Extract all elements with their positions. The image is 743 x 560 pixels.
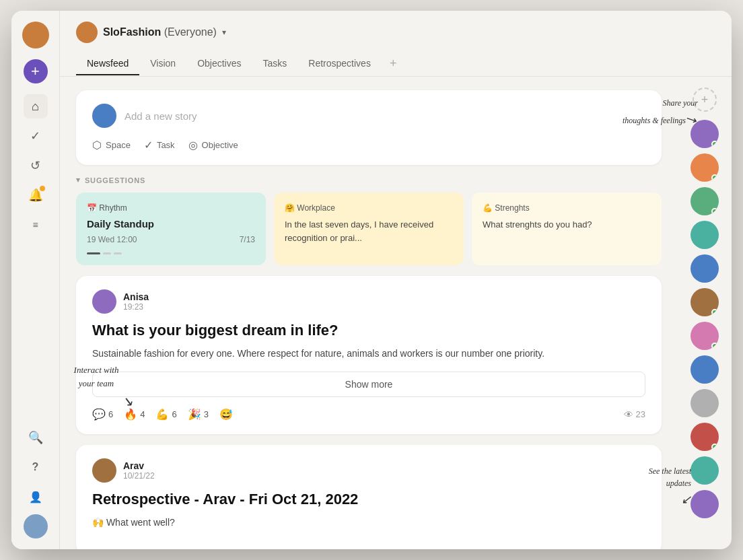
suggestion-card-strengths[interactable]: 💪 Strenghts What strenghts do you had? bbox=[472, 193, 662, 265]
tab-vision[interactable]: Vision bbox=[139, 53, 186, 75]
right-avatar-3[interactable] bbox=[691, 187, 719, 215]
reaction-party[interactable]: 🎉 3 bbox=[188, 408, 209, 421]
user-avatar[interactable] bbox=[24, 514, 48, 538]
space-label: Space bbox=[106, 140, 131, 150]
story-input-row: Add a new story bbox=[92, 104, 645, 128]
feed-wrapper: Add a new story ⬡ Space ✓ Task ◎ bbox=[60, 77, 732, 549]
task-icon: ✓ bbox=[144, 139, 153, 151]
space-icon: ⬡ bbox=[92, 139, 102, 151]
muscle-count: 6 bbox=[172, 409, 176, 419]
sidebar-item-check[interactable]: ✓ bbox=[24, 124, 48, 148]
reaction-sweat[interactable]: 😅 bbox=[219, 408, 233, 421]
notification-badge bbox=[40, 186, 45, 191]
annotation-updates: See the latestupdates ↙ bbox=[617, 465, 691, 509]
post-time-arav: 10/21/22 bbox=[123, 471, 155, 481]
suggestion-meta-date: 19 Wed 12:00 bbox=[87, 235, 137, 244]
right-avatar-10[interactable] bbox=[691, 423, 719, 451]
right-panel: Share yourthoughts & feelings ↙ + bbox=[678, 77, 732, 549]
task-label: Task bbox=[157, 140, 175, 150]
annotation-interact: Interact withyour team ↘ bbox=[52, 363, 140, 411]
post-author-info: Anisa 19:23 bbox=[123, 291, 149, 312]
progress-dot-1 bbox=[87, 252, 100, 254]
fire-count: 4 bbox=[140, 409, 145, 419]
main-content: SloFashion (Everyone) ▾ Newsfeed Vision … bbox=[60, 11, 732, 549]
right-avatar-7[interactable] bbox=[691, 322, 719, 350]
annotation-arrow-updates: ↙ bbox=[617, 491, 691, 509]
add-user-button[interactable]: 👤 bbox=[24, 485, 48, 509]
suggestion-body-strengths: What strenghts do you had? bbox=[483, 218, 651, 232]
suggestions-section: ▾ Suggestions 📅 Rhythm Daily Standup 19 … bbox=[76, 176, 662, 265]
tab-tasks[interactable]: Tasks bbox=[252, 53, 298, 75]
sidebar-item-home[interactable]: ⌂ bbox=[24, 94, 48, 118]
eye-icon: 👁 bbox=[624, 409, 633, 420]
online-indicator-10 bbox=[711, 444, 718, 450]
right-avatar-12[interactable] bbox=[691, 490, 719, 518]
post-author-name-arav: Arav bbox=[123, 460, 155, 471]
suggestion-card-workplace[interactable]: 🤗 Workplace In the last seven days, I ha… bbox=[274, 193, 464, 265]
right-avatar-4[interactable] bbox=[691, 221, 719, 249]
story-action-task[interactable]: ✓ Task bbox=[144, 139, 175, 151]
reaction-muscle[interactable]: 💪 6 bbox=[155, 408, 176, 421]
app-window: + ⌂ ✓ ↺ 🔔 ≡ 🔍 ? 👤 SloFashion (Everyone) … bbox=[11, 11, 732, 549]
workspace-chevron[interactable]: ▾ bbox=[222, 28, 226, 37]
post-card-arav: Arav 10/21/22 Retrospective - Arav - Fri… bbox=[76, 445, 662, 549]
annotation-share: Share yourthoughts & feelings ↙ bbox=[617, 97, 698, 129]
right-avatar-6[interactable] bbox=[691, 288, 719, 316]
story-action-space[interactable]: ⬡ Space bbox=[92, 139, 131, 151]
suggestions-header: ▾ Suggestions bbox=[76, 176, 662, 184]
nav-tabs: Newsfeed Vision Objectives Tasks Retrosp… bbox=[76, 51, 715, 76]
tab-retrospectives[interactable]: Retrospectives bbox=[297, 53, 382, 75]
right-avatar-9[interactable] bbox=[691, 389, 719, 417]
sidebar-item-refresh[interactable]: ↺ bbox=[24, 153, 48, 178]
post-header-anisa: Anisa 19:23 bbox=[92, 289, 645, 314]
tab-objectives[interactable]: Objectives bbox=[186, 53, 252, 75]
tab-newsfeed[interactable]: Newsfeed bbox=[76, 53, 139, 75]
show-more-button[interactable]: Show more bbox=[92, 372, 645, 397]
sweat-emoji: 😅 bbox=[219, 408, 233, 421]
post-author-info-arav: Arav 10/21/22 bbox=[123, 460, 155, 481]
party-emoji: 🎉 bbox=[188, 408, 201, 421]
progress-dot-3 bbox=[114, 252, 122, 254]
objective-icon: ◎ bbox=[188, 139, 198, 151]
post-title-anisa: What is your biggest dream in life? bbox=[92, 322, 645, 339]
suggestion-body-workplace: In the last seven days, I have received … bbox=[285, 218, 453, 244]
add-button[interactable]: + bbox=[24, 59, 48, 83]
right-avatar-2[interactable] bbox=[691, 153, 719, 182]
search-button[interactable]: 🔍 bbox=[24, 425, 48, 450]
post-reactions-anisa: 💬 6 🔥 4 💪 6 🎉 3 bbox=[92, 408, 645, 421]
post-views-anisa: 👁 23 bbox=[624, 409, 645, 420]
online-indicator-1 bbox=[711, 141, 718, 147]
story-input-card: Add a new story ⬡ Space ✓ Task ◎ bbox=[76, 90, 662, 165]
workspace-avatar[interactable] bbox=[22, 22, 49, 48]
progress-dot-2 bbox=[103, 252, 111, 254]
post-title-arav: Retrospective - Arav - Fri Oct 21, 2022 bbox=[92, 491, 645, 508]
online-indicator-3 bbox=[711, 208, 718, 215]
tab-add[interactable]: + bbox=[382, 51, 405, 76]
workspace-name: SloFashion bbox=[103, 26, 161, 38]
online-indicator-6 bbox=[711, 309, 718, 316]
suggestions-chevron[interactable]: ▾ bbox=[76, 176, 81, 184]
right-avatar-8[interactable] bbox=[691, 355, 719, 384]
header-logo bbox=[76, 22, 98, 43]
sidebar-item-menu[interactable]: ≡ bbox=[24, 213, 48, 237]
online-indicator-2 bbox=[711, 174, 718, 181]
suggestion-meta-count: 7/13 bbox=[240, 235, 255, 244]
suggestion-tag-rhythm: 📅 Rhythm bbox=[87, 203, 255, 213]
sidebar-item-bell[interactable]: 🔔 bbox=[24, 183, 48, 207]
help-button[interactable]: ? bbox=[24, 455, 48, 479]
suggestion-card-rhythm[interactable]: 📅 Rhythm Daily Standup 19 Wed 12:00 7/13 bbox=[76, 193, 266, 265]
right-avatar-11[interactable] bbox=[691, 456, 719, 485]
suggestions-progress bbox=[87, 252, 255, 254]
story-action-objective[interactable]: ◎ Objective bbox=[188, 139, 238, 151]
right-avatar-5[interactable] bbox=[691, 254, 719, 283]
right-avatar-1[interactable] bbox=[691, 120, 719, 148]
post-author-name-anisa: Anisa bbox=[123, 291, 149, 302]
workspace-audience: (Everyone) bbox=[164, 26, 217, 38]
story-actions: ⬡ Space ✓ Task ◎ Objective bbox=[92, 139, 645, 151]
view-count: 23 bbox=[636, 409, 645, 419]
muscle-emoji: 💪 bbox=[155, 408, 169, 421]
party-count: 3 bbox=[204, 409, 209, 419]
post-avatar-arav bbox=[92, 458, 116, 483]
post-body-anisa: Sustainable fashion for every one. Where… bbox=[92, 346, 645, 361]
story-input-placeholder[interactable]: Add a new story bbox=[125, 110, 197, 122]
